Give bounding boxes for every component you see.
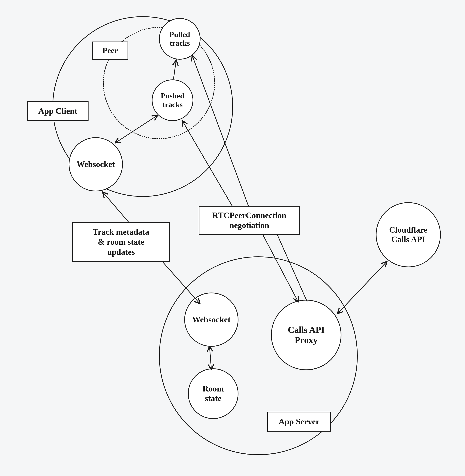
edge-pushed-pulled [173, 61, 176, 79]
edge-pulled-proxy-upper [192, 56, 248, 206]
edge-ws-room [210, 347, 211, 369]
edge-pushed-proxy-lower [263, 235, 298, 301]
edge-ws-ws-upper [103, 192, 129, 222]
edge-ws-ws-lower [163, 262, 200, 303]
edge-proxy-cloudflare [338, 262, 387, 313]
edge-ws-pushed [116, 115, 157, 143]
edge-pulled-proxy-lower [277, 235, 307, 301]
edge-pushed-proxy-upper [182, 121, 232, 206]
diagram-connectors [0, 0, 465, 476]
